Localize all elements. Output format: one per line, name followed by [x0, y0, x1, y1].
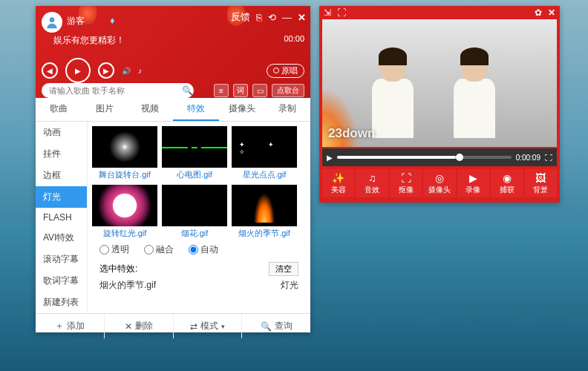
- video-tool[interactable]: ◎摄像头: [423, 169, 455, 197]
- effect-name: 星光点点.gif: [232, 169, 297, 180]
- blend-radio[interactable]: 透明: [99, 243, 129, 256]
- collapse-icon[interactable]: ⇲: [324, 7, 331, 18]
- sidebar-item[interactable]: 滚动字幕: [36, 249, 87, 270]
- volume-icon[interactable]: 🔊: [122, 62, 131, 79]
- window-controls: 反馈 ⎘ ⟲ — ✕: [231, 10, 306, 24]
- effect-item[interactable]: 烟火的季节.gif: [232, 185, 297, 239]
- effect-thumbnail: [162, 126, 227, 168]
- effects-sidebar: 动画挂件边框灯光FLASHAVI特效滚动字幕歌词字幕新建列表: [36, 122, 88, 313]
- video-toolbar: ✨美容♫音效⛶抠像◎摄像头▶录像◉捕获🖼背景: [322, 169, 557, 197]
- effect-name: 心电图.gif: [162, 169, 227, 180]
- player-header: 游客 ♦ 反馈 ⎘ ⟲ — ✕ 娱乐有您更精彩！ 00:00 ◀ ▶ ▶ 🔊 ♪…: [36, 6, 310, 98]
- tab-5[interactable]: 录制: [264, 98, 310, 121]
- blend-radio[interactable]: 自动: [189, 243, 218, 256]
- bottom-action[interactable]: ⇄模式▾: [174, 314, 243, 338]
- blend-radio[interactable]: 融合: [144, 243, 174, 256]
- feedback-link[interactable]: 反馈: [231, 10, 250, 24]
- selected-effect-row: 选中特效: 清空: [92, 260, 306, 278]
- selected-item-name: 烟火的季节.gif: [99, 279, 156, 292]
- player-controls: ◀ ▶ ▶ 🔊 ♪ 原唱: [42, 58, 304, 83]
- video-tool[interactable]: ◉捕获: [491, 169, 523, 197]
- effect-name: 烟火的季节.gif: [232, 228, 297, 239]
- bottom-action[interactable]: ＋添加: [36, 314, 105, 338]
- effect-thumbnail: [232, 185, 297, 226]
- effect-name: 舞台旋转台.gif: [92, 169, 157, 180]
- fullscreen-icon[interactable]: ⛶: [545, 154, 552, 162]
- effect-item[interactable]: 旋转红光.gif: [92, 185, 157, 239]
- video-window-controls: ⇲ ⛶ ✿ ✕: [319, 6, 560, 19]
- video-tool[interactable]: ♫音效: [356, 169, 388, 197]
- effect-thumbnail: [92, 126, 157, 168]
- ktv-button[interactable]: 点歌台: [272, 84, 304, 97]
- search-input[interactable]: [42, 83, 194, 98]
- sidebar-item[interactable]: 歌词字幕: [36, 270, 87, 292]
- search-row: 🔍 ≡ 词 ▭ 点歌台: [42, 83, 304, 98]
- lyrics-button[interactable]: 词: [233, 84, 248, 97]
- video-progress: ▶ 0:00:09 ⛶: [322, 148, 557, 166]
- sidebar-item[interactable]: 挂件: [36, 143, 87, 165]
- sidebar-item[interactable]: 新建列表: [36, 292, 87, 313]
- effect-item[interactable]: 舞台旋转台.gif: [92, 126, 157, 180]
- expand-icon[interactable]: ⛶: [337, 7, 346, 18]
- video-tool[interactable]: ✨美容: [322, 169, 354, 197]
- search-icon[interactable]: 🔍: [182, 85, 193, 96]
- avatar[interactable]: [42, 12, 62, 33]
- minimize-icon[interactable]: —: [282, 12, 292, 23]
- svg-point-0: [50, 17, 55, 22]
- bottom-action[interactable]: 🔍查询: [242, 314, 310, 338]
- clear-button[interactable]: 清空: [269, 262, 298, 276]
- effect-name: 烟花.gif: [162, 228, 227, 239]
- content-area: 动画挂件边框灯光FLASHAVI特效滚动字幕歌词字幕新建列表 舞台旋转台.gif…: [36, 122, 310, 313]
- next-button[interactable]: ▶: [98, 62, 114, 79]
- effects-area: 舞台旋转台.gif心电图.gif星光点点.gif旋转红光.gif烟花.gif烟火…: [88, 122, 310, 313]
- video-tool[interactable]: 🖼背景: [525, 169, 557, 197]
- bottom-action[interactable]: ✕删除: [105, 314, 174, 338]
- effect-thumbnail: [162, 185, 227, 226]
- play-time: 00:00: [284, 34, 304, 43]
- progress-bar[interactable]: [337, 156, 512, 159]
- blend-mode-radios: 透明融合自动: [92, 239, 306, 260]
- karaoke-panel: 游客 ♦ 反馈 ⎘ ⟲ — ✕ 娱乐有您更精彩！ 00:00 ◀ ▶ ▶ 🔊 ♪…: [36, 6, 310, 332]
- clip-icon[interactable]: ⎘: [256, 12, 262, 23]
- effect-thumbnail: [92, 185, 157, 226]
- sync-icon[interactable]: ⟲: [268, 12, 276, 23]
- effect-thumbnail: [232, 126, 297, 168]
- video-play-button[interactable]: ▶: [327, 154, 333, 162]
- list-icon[interactable]: ≡: [214, 84, 229, 97]
- sidebar-item[interactable]: 边框: [36, 165, 87, 186]
- effect-item[interactable]: 心电图.gif: [162, 126, 227, 180]
- video-tool[interactable]: ▶录像: [457, 169, 489, 197]
- selected-category: 灯光: [281, 279, 298, 292]
- prev-button[interactable]: ◀: [42, 62, 58, 79]
- tab-4[interactable]: 摄像头: [219, 98, 265, 121]
- sidebar-item[interactable]: 灯光: [36, 186, 87, 208]
- close-icon[interactable]: ✕: [298, 12, 306, 23]
- play-button[interactable]: ▶: [65, 58, 91, 83]
- video-panel: ⇲ ⛶ ✿ ✕ 23down ▶ 0:00:09 ⛶ ✨美容♫音效⛶抠像◎摄像头…: [319, 6, 560, 203]
- sidebar-item[interactable]: 动画: [36, 122, 87, 143]
- bottom-bar: ＋添加✕删除⇄模式▾🔍查询: [36, 313, 310, 338]
- close-icon[interactable]: ✕: [548, 7, 555, 18]
- settings-icon[interactable]: ✿: [535, 7, 542, 18]
- tagline: 娱乐有您更精彩！: [53, 34, 125, 47]
- tv-icon[interactable]: ▭: [252, 84, 267, 97]
- effect-name: 旋转红光.gif: [92, 228, 157, 239]
- diamond-icon[interactable]: ♦: [110, 15, 115, 26]
- selected-label: 选中特效:: [99, 263, 137, 275]
- video-tool[interactable]: ⛶抠像: [390, 169, 422, 197]
- original-vocal-toggle[interactable]: 原唱: [267, 64, 304, 78]
- tab-2[interactable]: 视频: [127, 98, 173, 121]
- selected-detail: 烟火的季节.gif 灯光: [92, 278, 306, 296]
- music-icon[interactable]: ♪: [138, 62, 142, 79]
- tab-3[interactable]: 特效: [173, 98, 219, 121]
- sidebar-item[interactable]: FLASH: [36, 208, 87, 227]
- effect-item[interactable]: 烟花.gif: [162, 185, 227, 239]
- video-time: 0:00:09: [516, 154, 540, 162]
- tab-0[interactable]: 歌曲: [36, 98, 82, 121]
- video-viewport[interactable]: 23down: [322, 19, 557, 147]
- tabs: 歌曲图片视频特效摄像头录制: [36, 98, 310, 122]
- video-content: [448, 50, 500, 147]
- effect-item[interactable]: 星光点点.gif: [232, 126, 297, 180]
- sidebar-item[interactable]: AVI特效: [36, 227, 87, 249]
- tab-1[interactable]: 图片: [82, 98, 128, 121]
